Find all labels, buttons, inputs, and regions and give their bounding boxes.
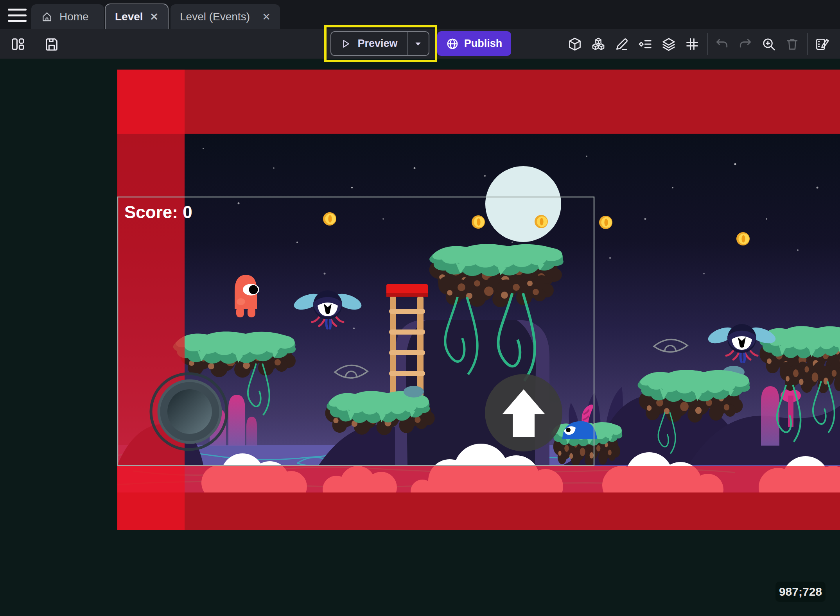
preview-button[interactable]: Preview [330,31,429,56]
chevron-down-icon [414,39,422,48]
close-icon[interactable]: ✕ [150,12,158,22]
publish-label: Publish [464,38,503,50]
toolbar-separator [707,33,708,55]
moon[interactable] [485,166,561,242]
gdevelop-editor-window: Score: 0 987;728 Home Level ✕ Level (Eve… [0,0,840,616]
tab-home[interactable]: Home [31,4,104,29]
score-label: Score: 0 [124,202,192,222]
publish-button[interactable]: Publish [437,31,511,56]
tab-level-events[interactable]: Level (Events) ✕ [171,4,280,29]
scene-canvas[interactable] [0,0,840,616]
preview-dropdown[interactable] [407,32,429,55]
toolbar-separator [807,33,808,55]
zoom-in-icon[interactable] [760,33,777,55]
tab-bar: Home Level ✕ Level (Events) ✕ [0,0,840,29]
play-icon [340,38,351,49]
rock[interactable] [404,386,424,398]
instances-list-icon[interactable] [637,33,654,55]
cursor-coordinates-badge: 987;728 [775,582,826,602]
home-icon [41,11,53,23]
tab-label: Level [115,11,143,23]
globe-icon [446,38,459,50]
project-manager-icon[interactable] [9,33,27,55]
redo-icon[interactable] [737,33,754,55]
edit-scene-events-icon[interactable] [813,33,831,55]
jump-button[interactable] [485,374,562,451]
preview-label: Preview [357,38,397,50]
layers-icon[interactable] [660,33,677,55]
object-groups-icon[interactable] [590,33,607,55]
objects-panel-icon[interactable] [566,33,583,55]
close-icon[interactable]: ✕ [262,12,271,22]
tab-label: Level (Events) [180,11,250,23]
joystick-control[interactable] [151,374,227,449]
grid-icon[interactable] [684,33,701,55]
menu-icon[interactable] [8,9,27,22]
tab-label: Home [59,11,89,23]
tab-level[interactable]: Level ✕ [105,4,169,29]
undo-icon[interactable] [713,33,731,55]
properties-icon[interactable] [613,33,630,55]
save-icon[interactable] [43,33,60,55]
delete-icon[interactable] [784,33,801,55]
